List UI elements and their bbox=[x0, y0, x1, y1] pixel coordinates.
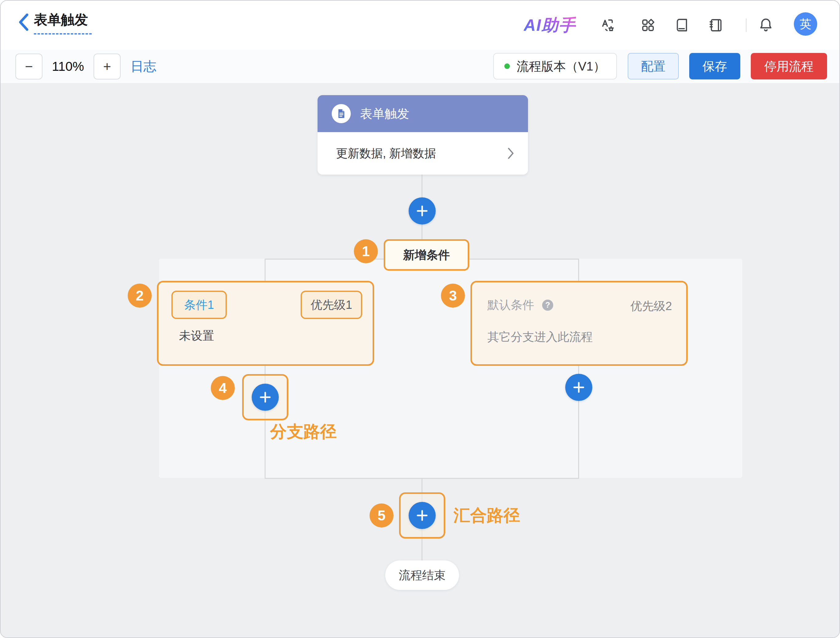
default-condition-description: 其它分支进入此流程 bbox=[487, 329, 593, 345]
condition1-priority: 优先级1 bbox=[311, 297, 352, 313]
condition1-priority-chip: 优先级1 bbox=[301, 291, 362, 319]
add-condition-button[interactable]: 新增条件 bbox=[384, 239, 469, 271]
ai-assistant-logo[interactable]: AI助手 bbox=[524, 14, 576, 36]
header-bar: 表单触发 AI助手 bbox=[1, 1, 840, 50]
minus-icon: − bbox=[25, 59, 33, 74]
zoom-level: 110% bbox=[44, 50, 92, 83]
add-node-button-branch-right[interactable] bbox=[565, 374, 592, 401]
condition1-name: 条件1 bbox=[184, 297, 214, 313]
plus-icon bbox=[415, 509, 429, 522]
plus-icon bbox=[415, 204, 429, 218]
user-avatar[interactable]: 英 bbox=[794, 12, 817, 36]
trigger-node-title: 表单触发 bbox=[360, 105, 409, 122]
merge-path-annotation-box bbox=[399, 492, 445, 538]
app-window: 表单触发 AI助手 bbox=[0, 0, 840, 638]
flow-canvas[interactable]: 表单触发 更新数据, 新增数据 新增条件 1 条件1 优先级1 bbox=[1, 83, 840, 638]
callout-badge-1: 1 bbox=[354, 239, 378, 263]
zoom-out-button[interactable]: − bbox=[16, 54, 43, 79]
callout-badge-5: 5 bbox=[369, 503, 393, 527]
flow-end-node: 流程结束 bbox=[385, 560, 459, 590]
condition1-name-chip[interactable]: 条件1 bbox=[171, 291, 227, 319]
disable-flow-button[interactable]: 停用流程 bbox=[751, 53, 827, 79]
form-document-icon bbox=[332, 104, 351, 123]
condition1-status: 未设置 bbox=[179, 328, 214, 344]
canvas-toolbar: − 110% + 日志 流程版本（V1） 配置 保存 停用流程 bbox=[1, 50, 840, 84]
title-dashed-underline bbox=[34, 33, 92, 35]
back-button[interactable] bbox=[18, 13, 30, 32]
configure-button[interactable]: 配置 bbox=[628, 53, 679, 79]
apps-grid-icon[interactable] bbox=[641, 18, 655, 33]
chevron-left-icon bbox=[18, 13, 30, 32]
chevron-right-icon bbox=[507, 147, 515, 160]
add-node-button-top[interactable] bbox=[409, 197, 436, 225]
trigger-node-body[interactable]: 更新数据, 新增数据 bbox=[317, 132, 528, 174]
trigger-node-header: 表单触发 bbox=[317, 95, 528, 132]
trigger-node[interactable]: 表单触发 更新数据, 新增数据 bbox=[317, 95, 528, 174]
notebook-icon[interactable] bbox=[708, 18, 723, 33]
logs-link[interactable]: 日志 bbox=[131, 50, 156, 83]
add-node-button-branch-left[interactable] bbox=[252, 384, 279, 411]
callout-badge-4: 4 bbox=[211, 376, 235, 400]
translate-icon[interactable] bbox=[601, 18, 616, 33]
branch-path-annotation-box bbox=[242, 374, 288, 420]
zoom-in-button[interactable]: + bbox=[93, 54, 121, 79]
save-button[interactable]: 保存 bbox=[689, 53, 740, 79]
default-condition-card[interactable]: 默认条件 ? 优先级2 其它分支进入此流程 bbox=[471, 281, 688, 366]
help-icon[interactable]: ? bbox=[542, 299, 553, 311]
version-status-dot bbox=[504, 63, 510, 69]
add-node-button-merge[interactable] bbox=[409, 502, 436, 529]
page-title: 表单触发 bbox=[34, 11, 88, 29]
version-label: 流程版本（V1） bbox=[516, 58, 606, 75]
default-condition-priority: 优先级2 bbox=[630, 298, 672, 314]
version-selector[interactable]: 流程版本（V1） bbox=[493, 53, 617, 79]
default-condition-header: 默认条件 ? bbox=[487, 297, 553, 313]
plus-icon bbox=[259, 390, 272, 404]
callout-badge-3: 3 bbox=[441, 283, 465, 308]
trigger-node-subtitle: 更新数据, 新增数据 bbox=[336, 146, 507, 161]
book-icon[interactable] bbox=[674, 18, 689, 33]
callout-badge-2: 2 bbox=[128, 283, 152, 308]
bell-icon[interactable] bbox=[758, 17, 773, 32]
plus-icon bbox=[572, 381, 586, 394]
condition1-card[interactable]: 条件1 优先级1 未设置 bbox=[157, 281, 374, 366]
header-divider bbox=[746, 19, 747, 32]
plus-icon: + bbox=[103, 59, 111, 74]
default-condition-name: 默认条件 bbox=[487, 297, 534, 313]
merge-path-label: 汇合路径 bbox=[453, 504, 520, 527]
branch-path-label: 分支路径 bbox=[270, 421, 336, 443]
